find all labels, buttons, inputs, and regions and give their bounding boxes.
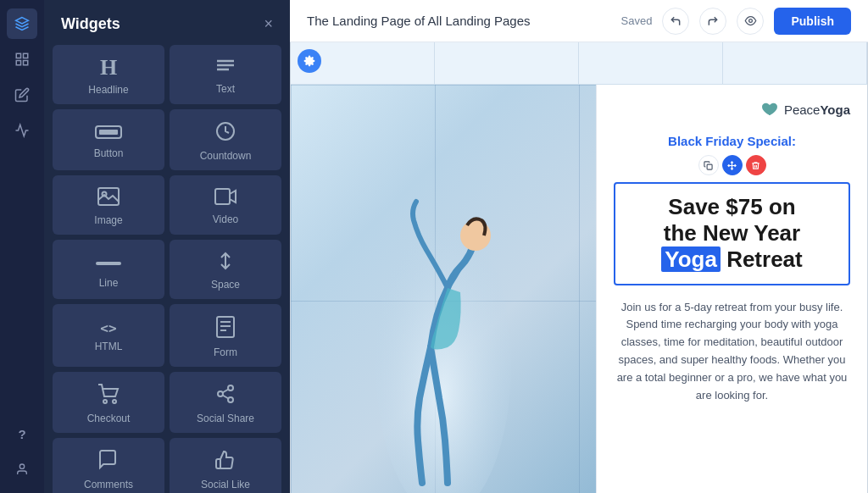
block-controls [698, 155, 766, 175]
svg-rect-10 [99, 130, 118, 135]
widget-image-label: Image [94, 214, 122, 226]
widgets-title: Widgets [61, 15, 120, 33]
widgets-close-button[interactable]: × [264, 15, 273, 33]
svg-point-26 [228, 397, 233, 402]
svg-point-29 [749, 19, 753, 23]
widget-social-share[interactable]: Social Share [170, 372, 281, 433]
widget-line[interactable]: Line [53, 240, 164, 299]
help-button[interactable]: ? [7, 418, 37, 449]
hero-content-area: PeaceYoga Black Friday Special: [596, 85, 867, 493]
topbar: The Landing Page of All Landing Pages Sa… [290, 0, 868, 42]
canvas-nav-strip [291, 42, 867, 85]
text-icon [215, 58, 236, 78]
button-icon [95, 124, 122, 142]
widget-headline-label: Headline [88, 84, 128, 96]
widget-form-label: Form [214, 346, 237, 358]
svg-point-23 [113, 400, 116, 403]
widget-video[interactable]: Video [170, 175, 281, 235]
countdown-icon [215, 121, 236, 145]
page-title: The Landing Page of All Landing Pages [307, 14, 611, 28]
html-icon: <> [100, 322, 116, 335]
svg-point-22 [103, 400, 107, 403]
analytics-button[interactable] [7, 115, 37, 146]
block-duplicate-button[interactable] [698, 155, 719, 175]
widget-social-like[interactable]: Social Like [170, 438, 281, 493]
offer-line1: Save $75 on [668, 194, 795, 219]
preview-button[interactable] [737, 8, 764, 35]
widget-html[interactable]: <> HTML [53, 304, 164, 367]
svg-line-28 [223, 390, 229, 393]
svg-rect-3 [16, 61, 20, 65]
checkout-icon [97, 384, 120, 407]
offer-box[interactable]: Save $75 on the New Year Yoga Retreat [614, 182, 850, 285]
left-icon-rail: ? [0, 0, 44, 493]
widget-comments-label: Comments [84, 479, 133, 490]
publish-button[interactable]: Publish [774, 8, 851, 35]
widget-social-share-label: Social Share [197, 413, 254, 424]
widget-countdown[interactable]: Countdown [170, 109, 281, 170]
svg-rect-34 [707, 164, 712, 169]
logo-leaf-icon [760, 102, 779, 117]
canvas-area: PeaceYoga Black Friday Special: [290, 42, 868, 493]
description-text: Join us for a 5-day retreat from your bu… [614, 299, 850, 405]
svg-point-24 [228, 385, 233, 391]
saved-status: Saved [621, 14, 653, 27]
video-icon [214, 188, 236, 208]
line-icon [96, 253, 121, 272]
headline-icon: H [100, 57, 117, 79]
widgets-nav-button[interactable] [7, 44, 37, 75]
logo-area: PeaceYoga [614, 102, 850, 117]
widget-html-label: HTML [95, 341, 123, 352]
widget-headline[interactable]: H Headline [53, 45, 164, 104]
svg-rect-14 [215, 189, 230, 204]
account-button[interactable] [7, 454, 37, 485]
image-icon [97, 187, 120, 209]
block-delete-button[interactable] [746, 155, 766, 175]
nav-cell-3 [579, 42, 723, 84]
block-move-button[interactable] [722, 155, 743, 175]
widget-countdown-label: Countdown [200, 150, 252, 162]
widget-checkout[interactable]: Checkout [53, 372, 164, 433]
svg-point-5 [19, 464, 24, 468]
space-icon [216, 252, 235, 274]
widget-space[interactable]: Space [170, 240, 281, 299]
offer-line2: the New Year [664, 220, 800, 246]
main-area: The Landing Page of All Landing Pages Sa… [290, 0, 868, 493]
widgets-panel: Widgets × H Headline Text [44, 0, 290, 493]
logo-brand-bold: Yoga [820, 102, 850, 117]
svg-rect-1 [16, 53, 20, 58]
offer-retreat: Retreat [721, 246, 803, 272]
section-gear-button[interactable] [298, 49, 321, 73]
widget-comments[interactable]: Comments [53, 438, 164, 493]
widget-form[interactable]: Form [170, 304, 281, 367]
widget-image[interactable]: Image [53, 175, 164, 235]
hero-section: PeaceYoga Black Friday Special: [291, 85, 867, 493]
svg-line-27 [223, 396, 229, 399]
section-controls [298, 49, 321, 73]
form-icon [216, 316, 235, 341]
widget-space-label: Space [211, 279, 240, 291]
widget-video-label: Video [213, 213, 238, 225]
widget-button[interactable]: Button [53, 109, 164, 170]
bf-title: Black Friday Special: [668, 134, 796, 148]
social-like-icon [214, 450, 236, 474]
svg-marker-0 [16, 18, 29, 25]
undo-button[interactable] [662, 8, 689, 35]
widget-social-like-label: Social Like [201, 479, 250, 490]
redo-button[interactable] [699, 8, 726, 35]
widget-text[interactable]: Text [170, 45, 281, 104]
widget-line-label: Line [99, 277, 119, 289]
layers-button[interactable] [7, 8, 37, 39]
logo-brand: Peace [784, 102, 821, 117]
edit-button[interactable] [7, 80, 37, 110]
widgets-grid: H Headline Text Button [44, 45, 290, 493]
widget-text-label: Text [216, 83, 235, 95]
page-canvas: PeaceYoga Black Friday Special: [291, 42, 867, 493]
svg-rect-4 [24, 61, 28, 65]
offer-yoga-highlight: Yoga [661, 246, 721, 272]
widget-checkout-label: Checkout [87, 413, 131, 424]
nav-cell-2 [435, 42, 579, 84]
nav-cell-4 [723, 42, 867, 84]
bf-section: Black Friday Special: [614, 134, 850, 404]
yoga-person-image [350, 110, 537, 493]
